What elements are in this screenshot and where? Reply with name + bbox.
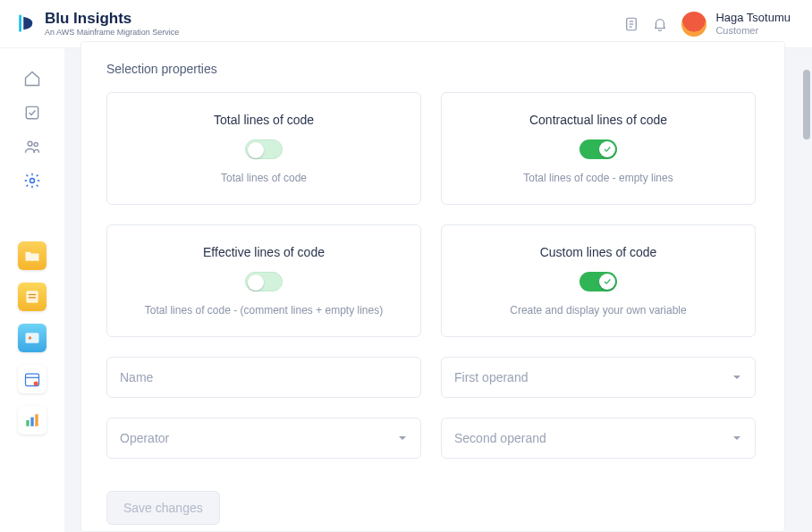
toggle-effective-loc[interactable] [245,272,283,291]
sidebar [0,48,64,532]
brand-name: Blu Insights [45,11,179,26]
first-operand-select[interactable]: First operand [441,357,756,398]
card-desc: Create and display your own variable [510,304,686,317]
name-input[interactable] [106,357,421,398]
tile-calendar-icon[interactable] [18,365,47,393]
card-title: Effective lines of code [203,245,325,259]
svg-point-7 [30,179,35,183]
card-title: Contractual lines of code [529,113,667,127]
check-icon[interactable] [21,102,43,123]
brand-tagline: An AWS Mainframe Migration Service [45,29,179,37]
svg-point-12 [29,336,31,339]
users-icon[interactable] [21,136,43,157]
card-title: Custom lines of code [540,245,657,259]
tile-chart-icon[interactable] [18,406,47,435]
section-title: Selection properties [106,62,756,76]
scrollbar-thumb[interactable] [803,70,810,139]
card-desc: Total lines of code [221,172,307,184]
main-panel: Selection properties Total lines of code… [80,41,785,532]
tile-notes-icon[interactable] [18,283,47,311]
home-icon[interactable] [21,68,43,89]
card-effective-loc: Effective lines of code Total lines of c… [106,224,421,337]
operator-select[interactable]: Operator [106,418,421,459]
brand[interactable]: Blu Insights An AWS Mainframe Migration … [16,11,179,37]
svg-rect-11 [26,333,39,343]
save-changes-button[interactable]: Save changes [106,491,220,525]
toggle-total-loc[interactable] [245,139,283,159]
property-cards: Total lines of code Total lines of code … [106,92,756,337]
svg-rect-16 [26,420,29,426]
avatar[interactable] [681,12,706,37]
tile-map-icon[interactable] [18,324,47,352]
card-total-loc: Total lines of code Total lines of code [106,92,421,205]
svg-point-15 [34,382,38,386]
chevron-down-icon [397,433,408,443]
card-contractual-loc: Contractual lines of code Total lines of… [441,92,756,205]
chevron-down-icon [732,433,742,443]
select-label: Operator [120,431,169,445]
select-label: First operand [454,370,528,384]
toggle-custom-loc[interactable] [579,272,617,291]
card-desc: Total lines of code - (comment lines + e… [145,304,383,317]
custom-formula-row-1: First operand [106,357,756,398]
custom-formula-row-2: Operator Second operand [106,418,756,459]
svg-rect-4 [26,106,38,118]
settings-icon[interactable] [21,170,43,191]
chevron-down-icon [732,372,742,383]
svg-point-5 [28,141,32,146]
card-custom-loc: Custom lines of code Create and display … [441,224,756,337]
second-operand-select[interactable]: Second operand [441,418,756,459]
svg-point-6 [34,142,38,146]
tile-folder-icon[interactable] [18,241,47,270]
docs-icon[interactable] [617,10,646,38]
brand-logo-icon [16,13,36,35]
svg-rect-8 [26,291,38,302]
user-block[interactable]: Haga Tsotumu Customer [715,12,791,37]
svg-rect-17 [30,418,33,426]
card-title: Total lines of code [214,113,314,127]
card-desc: Total lines of code - empty lines [523,172,672,184]
user-name: Haga Tsotumu [715,12,791,25]
svg-rect-18 [35,414,38,426]
toggle-contractual-loc[interactable] [579,139,617,159]
user-role: Customer [715,25,791,37]
bell-icon[interactable] [646,10,674,38]
select-label: Second operand [454,431,546,445]
